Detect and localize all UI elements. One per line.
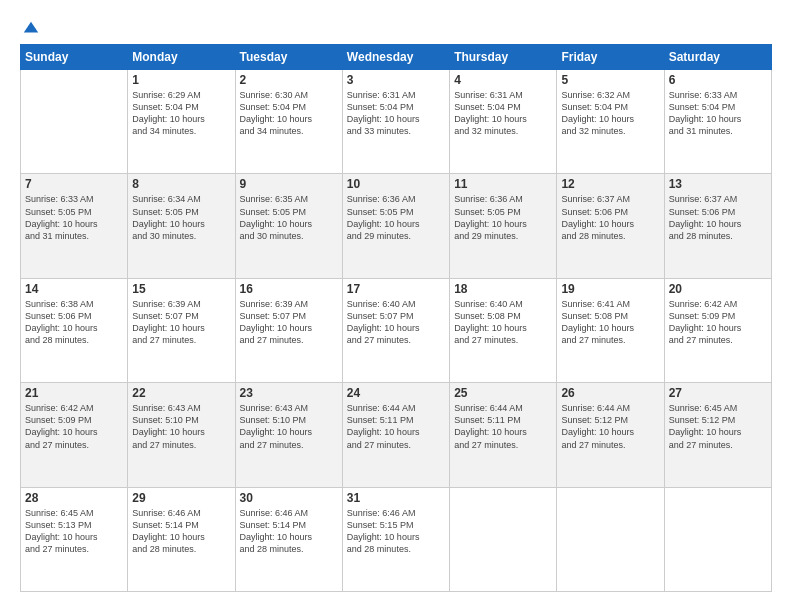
day-info: Sunrise: 6:34 AM Sunset: 5:05 PM Dayligh…	[132, 193, 230, 242]
day-number: 3	[347, 73, 445, 87]
day-number: 31	[347, 491, 445, 505]
day-number: 2	[240, 73, 338, 87]
calendar-cell: 24Sunrise: 6:44 AM Sunset: 5:11 PM Dayli…	[342, 383, 449, 487]
weekday-wednesday: Wednesday	[342, 45, 449, 70]
day-number: 9	[240, 177, 338, 191]
day-number: 16	[240, 282, 338, 296]
day-number: 8	[132, 177, 230, 191]
calendar-cell: 11Sunrise: 6:36 AM Sunset: 5:05 PM Dayli…	[450, 174, 557, 278]
day-number: 14	[25, 282, 123, 296]
weekday-saturday: Saturday	[664, 45, 771, 70]
day-number: 10	[347, 177, 445, 191]
day-info: Sunrise: 6:46 AM Sunset: 5:14 PM Dayligh…	[240, 507, 338, 556]
calendar-cell: 7Sunrise: 6:33 AM Sunset: 5:05 PM Daylig…	[21, 174, 128, 278]
calendar-cell: 28Sunrise: 6:45 AM Sunset: 5:13 PM Dayli…	[21, 487, 128, 591]
day-number: 23	[240, 386, 338, 400]
weekday-sunday: Sunday	[21, 45, 128, 70]
day-info: Sunrise: 6:38 AM Sunset: 5:06 PM Dayligh…	[25, 298, 123, 347]
day-number: 29	[132, 491, 230, 505]
day-info: Sunrise: 6:33 AM Sunset: 5:05 PM Dayligh…	[25, 193, 123, 242]
calendar-cell	[21, 70, 128, 174]
day-info: Sunrise: 6:31 AM Sunset: 5:04 PM Dayligh…	[347, 89, 445, 138]
calendar-week-4: 21Sunrise: 6:42 AM Sunset: 5:09 PM Dayli…	[21, 383, 772, 487]
day-number: 26	[561, 386, 659, 400]
day-info: Sunrise: 6:37 AM Sunset: 5:06 PM Dayligh…	[669, 193, 767, 242]
day-info: Sunrise: 6:33 AM Sunset: 5:04 PM Dayligh…	[669, 89, 767, 138]
calendar-cell: 4Sunrise: 6:31 AM Sunset: 5:04 PM Daylig…	[450, 70, 557, 174]
weekday-friday: Friday	[557, 45, 664, 70]
day-info: Sunrise: 6:37 AM Sunset: 5:06 PM Dayligh…	[561, 193, 659, 242]
calendar-cell: 30Sunrise: 6:46 AM Sunset: 5:14 PM Dayli…	[235, 487, 342, 591]
day-info: Sunrise: 6:41 AM Sunset: 5:08 PM Dayligh…	[561, 298, 659, 347]
logo-text	[20, 20, 40, 38]
calendar-week-2: 7Sunrise: 6:33 AM Sunset: 5:05 PM Daylig…	[21, 174, 772, 278]
day-info: Sunrise: 6:39 AM Sunset: 5:07 PM Dayligh…	[132, 298, 230, 347]
day-number: 20	[669, 282, 767, 296]
day-info: Sunrise: 6:36 AM Sunset: 5:05 PM Dayligh…	[347, 193, 445, 242]
day-info: Sunrise: 6:46 AM Sunset: 5:15 PM Dayligh…	[347, 507, 445, 556]
calendar-cell: 6Sunrise: 6:33 AM Sunset: 5:04 PM Daylig…	[664, 70, 771, 174]
day-info: Sunrise: 6:39 AM Sunset: 5:07 PM Dayligh…	[240, 298, 338, 347]
calendar-cell: 29Sunrise: 6:46 AM Sunset: 5:14 PM Dayli…	[128, 487, 235, 591]
calendar-cell: 26Sunrise: 6:44 AM Sunset: 5:12 PM Dayli…	[557, 383, 664, 487]
day-number: 13	[669, 177, 767, 191]
day-number: 18	[454, 282, 552, 296]
day-number: 7	[25, 177, 123, 191]
calendar-week-1: 1Sunrise: 6:29 AM Sunset: 5:04 PM Daylig…	[21, 70, 772, 174]
day-info: Sunrise: 6:30 AM Sunset: 5:04 PM Dayligh…	[240, 89, 338, 138]
calendar-cell: 15Sunrise: 6:39 AM Sunset: 5:07 PM Dayli…	[128, 278, 235, 382]
day-number: 28	[25, 491, 123, 505]
day-number: 30	[240, 491, 338, 505]
day-number: 17	[347, 282, 445, 296]
day-info: Sunrise: 6:42 AM Sunset: 5:09 PM Dayligh…	[25, 402, 123, 451]
day-number: 19	[561, 282, 659, 296]
logo	[20, 20, 40, 34]
day-info: Sunrise: 6:36 AM Sunset: 5:05 PM Dayligh…	[454, 193, 552, 242]
calendar-cell: 16Sunrise: 6:39 AM Sunset: 5:07 PM Dayli…	[235, 278, 342, 382]
calendar-cell: 14Sunrise: 6:38 AM Sunset: 5:06 PM Dayli…	[21, 278, 128, 382]
weekday-monday: Monday	[128, 45, 235, 70]
calendar-page: SundayMondayTuesdayWednesdayThursdayFrid…	[0, 0, 792, 612]
day-info: Sunrise: 6:43 AM Sunset: 5:10 PM Dayligh…	[132, 402, 230, 451]
day-info: Sunrise: 6:45 AM Sunset: 5:13 PM Dayligh…	[25, 507, 123, 556]
day-info: Sunrise: 6:29 AM Sunset: 5:04 PM Dayligh…	[132, 89, 230, 138]
calendar-cell: 20Sunrise: 6:42 AM Sunset: 5:09 PM Dayli…	[664, 278, 771, 382]
day-number: 15	[132, 282, 230, 296]
day-number: 21	[25, 386, 123, 400]
calendar-cell: 5Sunrise: 6:32 AM Sunset: 5:04 PM Daylig…	[557, 70, 664, 174]
day-number: 27	[669, 386, 767, 400]
calendar-cell	[664, 487, 771, 591]
calendar-week-5: 28Sunrise: 6:45 AM Sunset: 5:13 PM Dayli…	[21, 487, 772, 591]
calendar-cell: 31Sunrise: 6:46 AM Sunset: 5:15 PM Dayli…	[342, 487, 449, 591]
day-number: 11	[454, 177, 552, 191]
calendar-cell: 2Sunrise: 6:30 AM Sunset: 5:04 PM Daylig…	[235, 70, 342, 174]
calendar-cell: 23Sunrise: 6:43 AM Sunset: 5:10 PM Dayli…	[235, 383, 342, 487]
calendar-cell: 1Sunrise: 6:29 AM Sunset: 5:04 PM Daylig…	[128, 70, 235, 174]
calendar-cell: 3Sunrise: 6:31 AM Sunset: 5:04 PM Daylig…	[342, 70, 449, 174]
calendar-cell: 27Sunrise: 6:45 AM Sunset: 5:12 PM Dayli…	[664, 383, 771, 487]
calendar-cell	[450, 487, 557, 591]
day-info: Sunrise: 6:31 AM Sunset: 5:04 PM Dayligh…	[454, 89, 552, 138]
day-number: 1	[132, 73, 230, 87]
calendar-cell: 9Sunrise: 6:35 AM Sunset: 5:05 PM Daylig…	[235, 174, 342, 278]
day-info: Sunrise: 6:45 AM Sunset: 5:12 PM Dayligh…	[669, 402, 767, 451]
day-number: 24	[347, 386, 445, 400]
day-info: Sunrise: 6:44 AM Sunset: 5:11 PM Dayligh…	[347, 402, 445, 451]
day-info: Sunrise: 6:40 AM Sunset: 5:08 PM Dayligh…	[454, 298, 552, 347]
weekday-thursday: Thursday	[450, 45, 557, 70]
day-info: Sunrise: 6:46 AM Sunset: 5:14 PM Dayligh…	[132, 507, 230, 556]
calendar-cell: 10Sunrise: 6:36 AM Sunset: 5:05 PM Dayli…	[342, 174, 449, 278]
calendar-week-3: 14Sunrise: 6:38 AM Sunset: 5:06 PM Dayli…	[21, 278, 772, 382]
calendar-cell: 22Sunrise: 6:43 AM Sunset: 5:10 PM Dayli…	[128, 383, 235, 487]
day-number: 6	[669, 73, 767, 87]
calendar-cell: 25Sunrise: 6:44 AM Sunset: 5:11 PM Dayli…	[450, 383, 557, 487]
svg-marker-0	[24, 22, 38, 33]
header	[20, 20, 772, 34]
calendar-cell: 13Sunrise: 6:37 AM Sunset: 5:06 PM Dayli…	[664, 174, 771, 278]
weekday-header-row: SundayMondayTuesdayWednesdayThursdayFrid…	[21, 45, 772, 70]
calendar-table: SundayMondayTuesdayWednesdayThursdayFrid…	[20, 44, 772, 592]
day-info: Sunrise: 6:40 AM Sunset: 5:07 PM Dayligh…	[347, 298, 445, 347]
calendar-cell: 12Sunrise: 6:37 AM Sunset: 5:06 PM Dayli…	[557, 174, 664, 278]
day-info: Sunrise: 6:44 AM Sunset: 5:12 PM Dayligh…	[561, 402, 659, 451]
calendar-cell: 17Sunrise: 6:40 AM Sunset: 5:07 PM Dayli…	[342, 278, 449, 382]
